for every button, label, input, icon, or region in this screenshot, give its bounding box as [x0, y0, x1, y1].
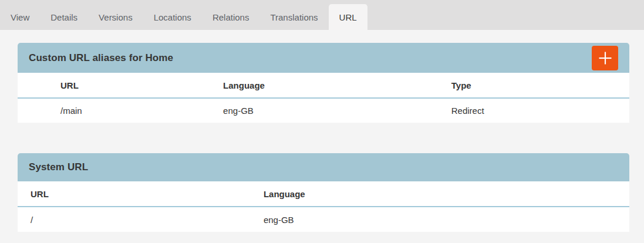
table-header-row: URLLanguageType [18, 73, 629, 98]
tab-relations[interactable]: Relations [202, 4, 260, 30]
custom-url-aliases-table: URLLanguageType /maineng-GBRedirect [18, 73, 629, 123]
table-header-row: URLLanguage [18, 181, 629, 207]
table-row: /maineng-GBRedirect [18, 98, 629, 123]
tab-locations[interactable]: Locations [143, 4, 202, 30]
system-url-header: System URL [18, 153, 629, 181]
custom-url-aliases-title: Custom URL aliases for Home [29, 52, 173, 64]
tab-details[interactable]: Details [40, 4, 88, 30]
system-url-table: URLLanguage /eng-GB [18, 181, 629, 232]
table-row: /eng-GB [18, 207, 629, 232]
tab-versions[interactable]: Versions [88, 4, 143, 30]
plus-icon [598, 51, 612, 65]
tab-url[interactable]: URL [329, 4, 367, 30]
table-cell: /main [18, 98, 223, 123]
custom-url-aliases-panel: Custom URL aliases for Home URLLanguageT… [18, 43, 629, 123]
table-cell: / [18, 207, 264, 232]
custom-url-aliases-header: Custom URL aliases for Home [18, 43, 629, 73]
column-header-type: Type [451, 73, 629, 98]
table-cell: eng-GB [223, 98, 451, 123]
url-tab-content: Custom URL aliases for Home URLLanguageT… [0, 30, 644, 232]
system-url-title: System URL [29, 161, 88, 173]
column-header-language: Language [223, 73, 451, 98]
column-header-language: Language [264, 181, 629, 207]
tab-view[interactable]: View [0, 4, 40, 30]
table-cell: Redirect [451, 98, 629, 123]
column-header-url: URL [18, 73, 223, 98]
add-url-alias-button[interactable] [592, 46, 618, 70]
tab-bar: ViewDetailsVersionsLocationsRelationsTra… [0, 0, 644, 30]
system-url-panel: System URL URLLanguage /eng-GB [18, 153, 629, 232]
table-cell: eng-GB [264, 207, 629, 232]
column-header-url: URL [18, 181, 264, 207]
tab-translations[interactable]: Translations [259, 4, 328, 30]
